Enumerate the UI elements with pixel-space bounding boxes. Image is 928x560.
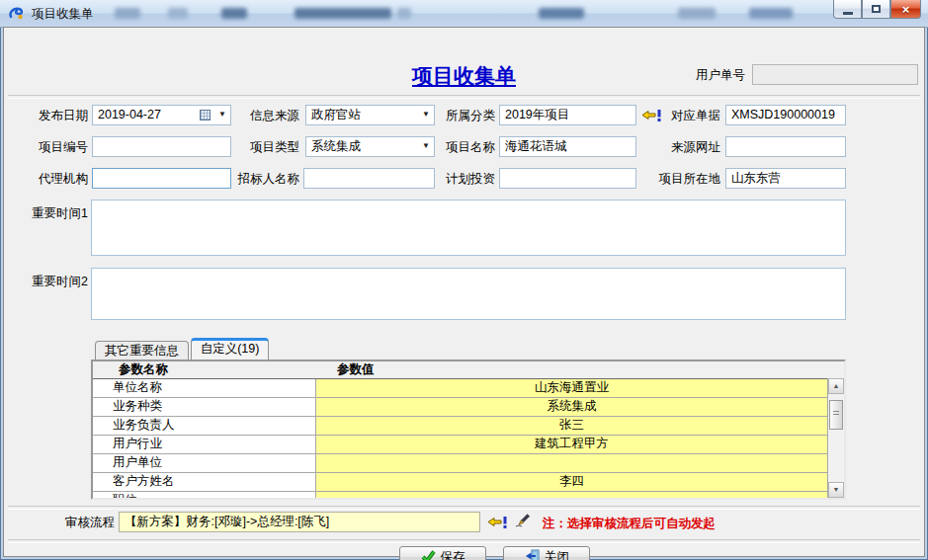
source-url-label: 来源网址 bbox=[657, 137, 720, 157]
close-icon: × bbox=[902, 2, 910, 17]
chevron-down-icon: ▼ bbox=[422, 111, 430, 119]
project-type-select[interactable]: 系统集成 ▼ bbox=[305, 136, 435, 157]
project-collection-window: 项目收集单 × 项目收集单 用户单号 发布日期 2019-04-27 ▼ 信息来… bbox=[0, 0, 928, 560]
table-row[interactable]: 客户方姓名 李四 bbox=[93, 473, 844, 492]
buttons-divider bbox=[8, 539, 920, 543]
project-name-input[interactable]: 海通花语城 bbox=[499, 136, 636, 157]
dialog-body: 项目收集单 用户单号 发布日期 2019-04-27 ▼ 信息来源 政府官站 ▼… bbox=[3, 27, 925, 557]
tenderee-label: 招标人名称 bbox=[223, 169, 299, 189]
info-source-select[interactable]: 政府官站 ▼ bbox=[305, 105, 435, 125]
location-label: 项目所在地 bbox=[644, 169, 720, 189]
save-button[interactable]: 保存 bbox=[399, 546, 486, 560]
close-form-button[interactable]: 关闭 bbox=[503, 546, 590, 560]
footer-divider bbox=[8, 506, 920, 510]
approval-lookup-hand-icon[interactable] bbox=[487, 515, 508, 533]
table-header: 参数名称 参数值 bbox=[93, 361, 844, 379]
approval-note: 注：选择审核流程后可自动发起 bbox=[543, 516, 716, 532]
redacted-text bbox=[539, 8, 584, 19]
important-time1-textarea[interactable] bbox=[91, 200, 846, 256]
scrollbar-thumb[interactable] bbox=[829, 400, 843, 430]
important-time2-label-vis: 重要时间2 bbox=[23, 272, 88, 291]
publish-date-input[interactable]: 2019-04-27 ▼ bbox=[92, 105, 231, 125]
redacted-text bbox=[749, 8, 793, 19]
window-controls: × bbox=[833, 0, 921, 19]
table-row[interactable]: 单位名称 山东海通置业 bbox=[93, 379, 844, 398]
project-type-label: 项目类型 bbox=[236, 137, 299, 157]
chevron-down-icon: ▼ bbox=[422, 142, 430, 150]
close-window-button[interactable]: × bbox=[890, 0, 921, 19]
agency-label: 代理机构 bbox=[25, 169, 88, 189]
header-divider bbox=[8, 95, 920, 99]
tab-other-important-info[interactable]: 其它重要信息 bbox=[95, 341, 189, 360]
redacted-text bbox=[168, 8, 188, 19]
approval-flow-input[interactable]: 【新方案】财务:[邓璇]->总经理:[陈飞] bbox=[119, 512, 480, 532]
custom-params-table: 参数名称 参数值 单位名称 山东海通置业 业务种类 系统集成 业务负责人 张三 … bbox=[91, 360, 846, 500]
planned-investment-label: 计划投资 bbox=[434, 169, 495, 189]
window-title: 项目收集单 bbox=[32, 6, 94, 23]
redacted-text bbox=[221, 8, 247, 19]
user-no-input[interactable] bbox=[752, 64, 918, 85]
category-label: 所属分类 bbox=[434, 106, 495, 125]
redacted-text bbox=[115, 8, 140, 19]
table-row[interactable]: 业务种类 系统集成 bbox=[93, 398, 844, 417]
check-icon bbox=[421, 550, 436, 560]
scroll-up-icon[interactable]: ▲ bbox=[828, 378, 844, 394]
user-no-label: 用户单号 bbox=[694, 65, 745, 85]
project-name-label: 项目名称 bbox=[434, 137, 495, 157]
table-row[interactable]: 职位 bbox=[93, 492, 844, 500]
project-no-label: 项目编号 bbox=[25, 137, 88, 157]
table-row[interactable]: 用户行业 建筑工程甲方 bbox=[93, 436, 844, 454]
project-no-input[interactable] bbox=[92, 136, 231, 157]
planned-investment-input[interactable] bbox=[499, 168, 636, 189]
col-header-param-name: 参数名称 bbox=[119, 361, 168, 378]
redacted-text bbox=[295, 8, 391, 19]
important-time2-textarea[interactable] bbox=[91, 268, 846, 320]
col-header-param-value: 参数值 bbox=[337, 361, 375, 378]
minimize-button[interactable] bbox=[833, 0, 862, 19]
location-input[interactable]: 山东东营 bbox=[725, 168, 846, 189]
tenderee-input[interactable] bbox=[303, 168, 435, 189]
tab-custom[interactable]: 自定义(19) bbox=[191, 338, 269, 360]
scroll-down-icon[interactable]: ▼ bbox=[828, 482, 844, 498]
titlebar: 项目收集单 × bbox=[0, 0, 928, 28]
source-url-input[interactable] bbox=[725, 136, 846, 157]
redacted-text bbox=[397, 8, 411, 19]
info-source-label: 信息来源 bbox=[236, 106, 299, 125]
exit-door-icon bbox=[524, 549, 540, 560]
important-time1-label-vis: 重要时间1 bbox=[23, 203, 88, 223]
publish-date-label: 发布日期 bbox=[25, 106, 88, 125]
table-row[interactable]: 业务负责人 张三 bbox=[93, 417, 844, 436]
maximize-button[interactable] bbox=[862, 0, 890, 19]
doc-no-input[interactable]: XMSJD190000019 bbox=[725, 105, 846, 125]
table-scrollbar[interactable]: ▲ ▼ bbox=[827, 378, 844, 498]
minimize-icon bbox=[843, 12, 853, 15]
approval-flow-label: 审核流程 bbox=[57, 513, 115, 532]
chevron-down-icon: ▼ bbox=[218, 111, 226, 119]
category-input[interactable]: 2019年项目 bbox=[499, 105, 636, 125]
table-row[interactable]: 用户单位 bbox=[93, 454, 844, 473]
edit-pen-icon[interactable] bbox=[514, 512, 532, 533]
doc-no-label: 对应单据 bbox=[657, 106, 720, 125]
maximize-icon bbox=[872, 5, 881, 13]
redacted-text bbox=[678, 8, 716, 19]
agency-input[interactable] bbox=[92, 168, 231, 189]
calendar-icon bbox=[200, 110, 211, 120]
app-logo-icon bbox=[8, 5, 25, 22]
